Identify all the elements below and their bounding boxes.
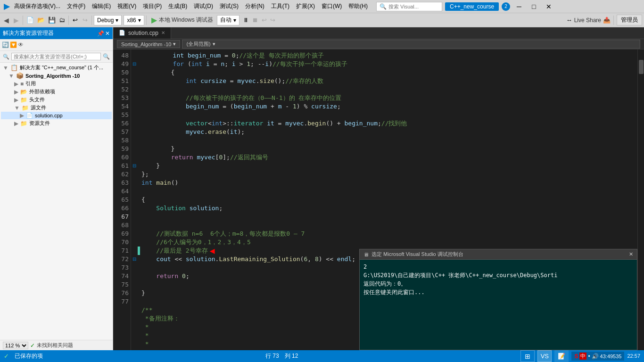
code-line-52 bbox=[141, 85, 634, 94]
start-button[interactable]: ⊞ bbox=[520, 350, 535, 362]
cpp-file-icon: 📄 bbox=[26, 112, 33, 119]
menu-test[interactable]: 测试(S) bbox=[218, 1, 240, 11]
menu-analyze[interactable]: 分析(N) bbox=[243, 1, 266, 11]
debug-icon1[interactable]: ⏸ bbox=[241, 16, 250, 25]
project-name-badge: C++_new_course bbox=[445, 2, 499, 11]
menu-file[interactable]: 文件(F) bbox=[65, 1, 87, 11]
menu-extensions[interactable]: 扩展(X) bbox=[294, 1, 317, 11]
solution-explorer: 解决方案资源管理器 📌 ✕ 🔄 🔽 👁 🔍 🔍 ▼ 📋 解决方案 "C++_ne… bbox=[0, 27, 113, 350]
close-button[interactable]: ✕ bbox=[542, 2, 555, 11]
live-share-button[interactable]: Live Share bbox=[574, 17, 601, 24]
hdr-icon: 📁 bbox=[20, 97, 27, 103]
menu-tools[interactable]: 工具(T) bbox=[269, 1, 291, 11]
se-project-item[interactable]: ▼ 📦 Sorting_Algorithm -10 bbox=[1, 72, 112, 80]
debug-config-dropdown[interactable]: Debug ▾ bbox=[94, 15, 122, 25]
se-solution-cpp-item[interactable]: ▶ 📄 solution.cpp bbox=[1, 112, 112, 119]
se-close-icon[interactable]: ✕ bbox=[105, 30, 110, 37]
notification-badge[interactable]: 2 bbox=[502, 2, 510, 11]
scope-arrow-icon: ▾ bbox=[213, 41, 215, 47]
breadcrumb-arrow-icon: ▾ bbox=[173, 41, 176, 47]
vs-search-input[interactable] bbox=[388, 4, 436, 9]
code-line-51: int cursize = myvec.size();//幸存的人数 bbox=[141, 77, 634, 85]
menu-help[interactable]: 帮助(H) bbox=[347, 1, 370, 11]
console-close-icon[interactable]: ✕ bbox=[629, 251, 633, 257]
se-solution-item[interactable]: ▼ 📋 解决方案 "C++_new_course" (1 个... bbox=[1, 64, 112, 72]
live-share-icon: ↔ bbox=[566, 16, 572, 24]
code-line-48: int begin_num = 0;//这个是 每次开始的那个孩子 bbox=[141, 51, 634, 60]
collapse-gutter: ⊟ ⊟ bbox=[131, 49, 138, 350]
se-tree: ▼ 📋 解决方案 "C++_new_course" (1 个... ▼ 📦 So… bbox=[0, 63, 113, 340]
share-icon[interactable]: 📤 bbox=[603, 16, 611, 24]
undo-icon[interactable]: ↩ bbox=[71, 16, 80, 25]
se-status-text: 未找到相关问题 bbox=[37, 342, 73, 349]
volume-icon: 🔊 bbox=[592, 353, 599, 360]
console-path-line: G:\US2019\自己建的项目\C++ 张老师\C++_new_course\… bbox=[363, 271, 633, 280]
platform-arrow-icon: ▾ bbox=[138, 17, 141, 24]
save-all-icon[interactable]: 🗂 bbox=[58, 16, 66, 25]
se-ext-deps-item[interactable]: ▶ 📂 外部依赖项 bbox=[1, 88, 112, 96]
platform-dropdown[interactable]: x86 ▾ bbox=[124, 15, 144, 25]
status-check-icon: ✓ bbox=[30, 342, 35, 349]
menu-build[interactable]: 生成(B) bbox=[166, 1, 189, 11]
menu-debug[interactable]: 调试(D) bbox=[192, 1, 215, 11]
se-search-input[interactable] bbox=[11, 53, 101, 60]
solution-expand-icon: ▼ bbox=[3, 65, 8, 71]
breadcrumb-bar: Sorting_Algorithm -10 ▾ (全局范围) ▾ bbox=[113, 39, 644, 49]
system-tray: S 中 • 🔊 43:49535 bbox=[571, 352, 624, 361]
run-mode-dropdown[interactable]: 自动 ▾ bbox=[217, 15, 239, 25]
se-search-btn[interactable]: 🔍 bbox=[103, 53, 110, 60]
res-label: 资源文件 bbox=[29, 120, 50, 127]
se-references-item[interactable]: ▶ ■ 引用 bbox=[1, 80, 112, 88]
status-col: 列 12 bbox=[285, 352, 298, 360]
se-filter-icon[interactable]: 🔽 bbox=[10, 41, 17, 48]
menu-edit[interactable]: 编辑(E) bbox=[90, 1, 113, 11]
maximize-button[interactable]: □ bbox=[528, 2, 539, 11]
src-expand-icon: ▼ bbox=[14, 105, 20, 111]
run-button[interactable]: ▶ 本地 Windows 调试器 bbox=[149, 15, 216, 25]
minimize-button[interactable]: ─ bbox=[513, 2, 525, 11]
zoom-select[interactable]: 112 % 100 % 75 % bbox=[3, 342, 28, 349]
taskbar-vs-icon[interactable]: VS bbox=[537, 350, 552, 362]
code-line-66: //6个人编号为0，1，2，3，4，5 bbox=[141, 238, 634, 247]
se-sources-item[interactable]: ▼ 📁 源文件 bbox=[1, 104, 112, 112]
se-sync-icon[interactable]: 🔄 bbox=[2, 41, 9, 48]
code-line-62: { bbox=[141, 196, 634, 204]
forward-button[interactable]: ▶ bbox=[12, 16, 21, 25]
redo-icon[interactable]: ↪ bbox=[81, 16, 90, 25]
menu-project[interactable]: 项目(P) bbox=[141, 1, 164, 11]
taskbar-area: ⊞ VS 📝 S 中 • 🔊 43:49535 22:57 bbox=[520, 350, 640, 362]
ime-zh-icon: 中 bbox=[579, 353, 586, 360]
code-line-63: Solution solution; bbox=[141, 204, 634, 221]
console-title-bar[interactable]: 🖥 选定 Microsoft Visual Studio 调试控制台 ✕ bbox=[360, 249, 637, 260]
scrollbar-area[interactable] bbox=[637, 49, 644, 350]
open-file-icon[interactable]: 📂 bbox=[36, 16, 46, 25]
debug-icon3[interactable]: ↩ bbox=[260, 16, 268, 25]
se-pin-icon[interactable]: 📌 bbox=[97, 30, 104, 37]
tab-file-icon: 📄 bbox=[119, 30, 125, 36]
new-file-icon[interactable]: 📄 bbox=[25, 16, 35, 25]
title-bar: ▶ 高级保存选项(V)... 文件(F) 编辑(E) 视图(V) 项目(P) 生… bbox=[0, 0, 644, 13]
taskbar-app2-icon[interactable]: 📝 bbox=[554, 350, 569, 362]
class-breadcrumb-dropdown[interactable]: Sorting_Algorithm -10 ▾ bbox=[117, 40, 180, 48]
menu-view[interactable]: 视图(V) bbox=[116, 1, 138, 11]
debug-icon2[interactable]: ⏹ bbox=[251, 16, 260, 25]
back-button[interactable]: ◀ bbox=[2, 16, 11, 25]
se-resources-item[interactable]: ▶ 📁 资源文件 bbox=[1, 119, 112, 127]
se-search-icon: 🔍 bbox=[3, 54, 9, 60]
code-line-53: //每次被干掉的孩子的在（0——N-1）的 在幸存中的位置 bbox=[141, 94, 634, 102]
debug-icon4[interactable]: ↪ bbox=[269, 16, 277, 25]
code-line-58: return myvec[0];//返回其编号 bbox=[141, 153, 634, 162]
scope-breadcrumb-dropdown[interactable]: (全局范围) ▾ bbox=[182, 40, 640, 49]
save-icon[interactable]: 💾 bbox=[47, 16, 57, 25]
solution-explorer-header: 解决方案资源管理器 📌 ✕ bbox=[0, 27, 113, 39]
ref-label: 引用 bbox=[25, 80, 36, 87]
menu-advanced-save[interactable]: 高级保存选项(V)... bbox=[12, 1, 62, 11]
tab-label: solution.cpp bbox=[128, 30, 158, 36]
admin-button[interactable]: 管理员 bbox=[617, 15, 642, 25]
se-headers-item[interactable]: ▶ 📁 头文件 bbox=[1, 96, 112, 104]
time-display: 43:49535 bbox=[600, 354, 622, 359]
editor-tab-solution-cpp[interactable]: 📄 solution.cpp ✕ bbox=[113, 27, 171, 39]
menu-window[interactable]: 窗口(W) bbox=[320, 1, 344, 11]
console-return-code: 返回代码为：0。 bbox=[363, 280, 633, 288]
se-view-icon[interactable]: 👁 bbox=[18, 41, 24, 48]
